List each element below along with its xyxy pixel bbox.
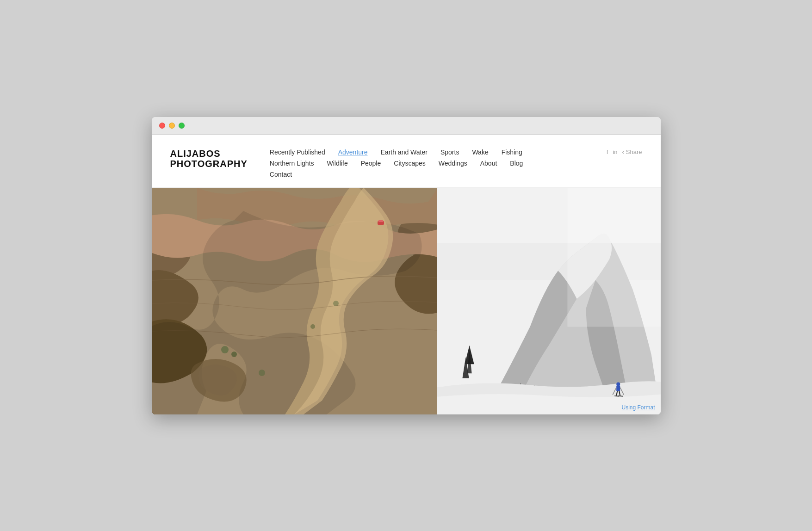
nav-row-2: Northern Lights Wildlife People Cityscap… — [270, 160, 607, 167]
svg-point-6 — [259, 370, 265, 376]
svg-rect-21 — [567, 188, 661, 327]
nav-fishing[interactable]: Fishing — [502, 148, 522, 156]
nav-about[interactable]: About — [480, 160, 497, 167]
using-format-link[interactable]: Using Format — [621, 404, 655, 411]
nav-adventure[interactable]: Adventure — [338, 148, 368, 156]
site-logo[interactable]: ALIJABOS PHOTOGRAPHY — [170, 148, 248, 169]
nav-sports[interactable]: Sports — [440, 148, 459, 156]
browser-chrome — [152, 117, 661, 135]
gallery-image-canyon[interactable] — [152, 188, 437, 414]
share-icon: ‹ — [622, 148, 624, 155]
website-content: ALIJABOS PHOTOGRAPHY Recently Published … — [152, 135, 661, 414]
nav-northern-lights[interactable]: Northern Lights — [270, 160, 314, 167]
nav-people[interactable]: People — [361, 160, 381, 167]
nav-weddings[interactable]: Weddings — [439, 160, 467, 167]
logo-line2: PHOTOGRAPHY — [170, 159, 248, 169]
nav-area: Recently Published Adventure Earth and W… — [270, 148, 607, 178]
nav-row-1: Recently Published Adventure Earth and W… — [270, 148, 607, 156]
gallery: Using Format — [152, 188, 661, 414]
site-header: ALIJABOS PHOTOGRAPHY Recently Published … — [152, 135, 661, 188]
nav-earth-water[interactable]: Earth and Water — [381, 148, 428, 156]
linkedin-link[interactable]: in — [613, 148, 617, 155]
svg-rect-3 — [378, 220, 383, 222]
nav-wildlife[interactable]: Wildlife — [327, 160, 348, 167]
share-button[interactable]: ‹ Share — [622, 148, 642, 155]
svg-line-17 — [618, 395, 623, 396]
social-area: f in ‹ Share — [607, 148, 642, 155]
facebook-link[interactable]: f — [607, 148, 608, 155]
nav-contact[interactable]: Contact — [270, 171, 292, 178]
share-label: Share — [626, 148, 642, 155]
minimize-dot[interactable] — [169, 123, 175, 129]
nav-row-3: Contact — [270, 171, 607, 178]
close-dot[interactable] — [159, 123, 165, 129]
nav-cityscapes[interactable]: Cityscapes — [394, 160, 425, 167]
nav-blog[interactable]: Blog — [510, 160, 523, 167]
nav-wake[interactable]: Wake — [472, 148, 488, 156]
maximize-dot[interactable] — [179, 123, 185, 129]
logo-line1: ALIJABOS — [170, 148, 248, 159]
gallery-image-snow[interactable]: Using Format — [437, 188, 661, 414]
svg-point-13 — [616, 382, 620, 386]
svg-rect-12 — [616, 385, 620, 391]
svg-point-5 — [231, 352, 237, 357]
svg-point-7 — [310, 324, 315, 329]
svg-point-4 — [221, 346, 229, 353]
nav-recently-published[interactable]: Recently Published — [270, 148, 325, 156]
browser-window: ALIJABOS PHOTOGRAPHY Recently Published … — [152, 117, 661, 414]
